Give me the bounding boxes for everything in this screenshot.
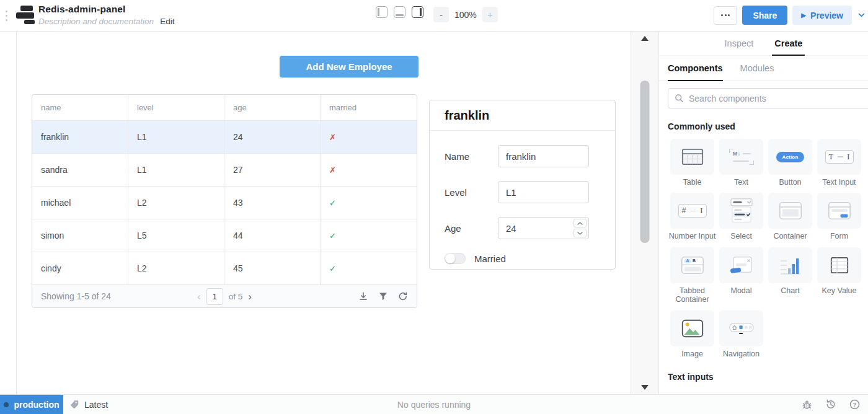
name-label: Name: [445, 151, 498, 162]
component-label: Modal: [730, 286, 751, 295]
tab-inspect[interactable]: Inspect: [724, 32, 755, 55]
release-selector[interactable]: Latest: [70, 400, 108, 410]
canvas-scrollbar[interactable]: [631, 32, 659, 394]
component-text-input[interactable]: TI Text Input: [815, 139, 864, 187]
component-table[interactable]: Table: [668, 139, 717, 187]
table-row[interactable]: michael L2 43 ✓: [32, 186, 417, 219]
component-navigation[interactable]: Navigation: [717, 310, 766, 358]
header-actions: Share ▶ Preview: [714, 6, 866, 25]
more-options-button[interactable]: [714, 6, 737, 25]
column-header-age[interactable]: age: [224, 95, 321, 120]
subtab-components[interactable]: Components: [668, 56, 723, 81]
help-icon[interactable]: ?: [849, 399, 860, 410]
cell-age: 45: [224, 252, 321, 284]
panel-subtabs: Components Modules: [659, 56, 868, 81]
bottom-panel-toggle-icon[interactable]: [394, 6, 405, 18]
container-component-icon: [777, 200, 804, 221]
column-header-married[interactable]: married: [321, 95, 417, 120]
component-container[interactable]: Container: [766, 193, 815, 240]
refresh-icon[interactable]: [398, 291, 408, 301]
scroll-down-icon[interactable]: [641, 385, 649, 390]
history-icon[interactable]: [825, 399, 836, 410]
cell-level: L5: [128, 219, 224, 252]
preview-dropdown-chevron-icon[interactable]: [857, 12, 866, 19]
table-row[interactable]: simon L5 44 ✓: [32, 219, 417, 252]
table-row[interactable]: franklin L1 24 ✗: [32, 120, 417, 153]
search-icon: [675, 94, 684, 103]
zoom-level: 100%: [454, 10, 477, 20]
component-search: [668, 88, 868, 108]
right-panel-toggle-icon[interactable]: [412, 6, 423, 18]
name-input[interactable]: [498, 145, 589, 167]
age-decrement-icon[interactable]: [574, 229, 587, 237]
scroll-up-icon[interactable]: [641, 36, 649, 41]
select-component-icon: [728, 197, 755, 224]
cell-level: L2: [128, 252, 224, 284]
number-input-component-icon: #I: [678, 204, 707, 218]
column-header-level[interactable]: level: [128, 95, 224, 120]
svg-text:B: B: [692, 258, 695, 263]
component-tabbed-container[interactable]: AB Tabbed Container: [668, 247, 717, 304]
age-increment-icon[interactable]: [574, 219, 587, 227]
share-button[interactable]: Share: [742, 6, 787, 25]
cell-name: sandra: [32, 154, 128, 186]
app-logo-icon[interactable]: [14, 5, 37, 26]
drag-handle-icon[interactable]: [6, 11, 7, 21]
component-key-value[interactable]: Key Value: [815, 247, 864, 304]
tab-create[interactable]: Create: [773, 32, 804, 55]
status-bar: production Latest No queries running ?: [0, 394, 868, 414]
employees-table: name level age married franklin L1 24 ✗ …: [32, 94, 417, 308]
component-select[interactable]: Select: [717, 193, 766, 240]
form-title: franklin: [430, 100, 615, 131]
component-form[interactable]: Form: [815, 193, 864, 240]
component-button[interactable]: Action Button: [766, 139, 815, 187]
table-row[interactable]: sandra L1 27 ✗: [32, 153, 417, 186]
component-number-input[interactable]: #I Number Input: [668, 193, 717, 240]
navigation-component-icon: [727, 322, 756, 335]
cell-level: L2: [128, 187, 224, 219]
component-chart[interactable]: Chart: [766, 247, 815, 304]
component-image[interactable]: Image: [668, 310, 717, 358]
zoom-out-button[interactable]: -: [433, 7, 449, 22]
search-input[interactable]: [689, 94, 868, 103]
table-row[interactable]: cindy L2 45 ✓: [32, 252, 417, 284]
add-new-employee-button[interactable]: Add New Employee: [280, 56, 418, 77]
component-label: Button: [779, 178, 801, 187]
table-header-row: name level age married: [32, 95, 417, 120]
subtab-modules[interactable]: Modules: [740, 56, 774, 81]
scrollbar-thumb[interactable]: [640, 81, 650, 243]
toggle-knob: [445, 253, 455, 263]
preview-button[interactable]: ▶ Preview: [792, 6, 852, 25]
prev-page-button[interactable]: ‹: [197, 291, 201, 302]
text-input-component-icon: TI: [825, 150, 854, 164]
panel-tabs: Inspect Create: [659, 32, 868, 56]
app-canvas[interactable]: Add New Employee name level age married …: [0, 32, 631, 394]
component-modal[interactable]: Modal: [717, 247, 766, 304]
next-page-button[interactable]: ›: [248, 291, 252, 302]
environment-selector[interactable]: production: [0, 395, 63, 414]
component-label: Form: [830, 232, 848, 240]
cell-married: ✗: [321, 154, 417, 186]
cell-married: ✓: [321, 187, 417, 219]
component-text[interactable]: M↓ Text: [717, 139, 766, 187]
cell-level: L1: [128, 121, 224, 153]
table-component-icon: [680, 147, 705, 167]
zoom-in-button[interactable]: +: [482, 7, 498, 22]
filter-icon[interactable]: [378, 291, 388, 301]
cell-name: simon: [32, 219, 128, 252]
debug-icon[interactable]: [802, 399, 812, 410]
employee-form: franklin Name Level Age: [429, 100, 616, 270]
download-icon[interactable]: [358, 291, 368, 301]
component-label: Text: [734, 178, 748, 187]
married-toggle[interactable]: [445, 253, 466, 264]
column-header-name[interactable]: name: [32, 95, 128, 120]
play-icon: ▶: [801, 12, 806, 19]
table-pagination: ‹ of 5 ›: [197, 288, 252, 305]
page-number-input[interactable]: [206, 288, 223, 305]
key-value-component-icon: [828, 255, 851, 275]
edit-description-link[interactable]: Edit: [160, 17, 174, 26]
component-label: Chart: [781, 286, 800, 295]
level-input[interactable]: [498, 181, 589, 203]
left-panel-toggle-icon[interactable]: [376, 6, 388, 18]
inspector-panel: Inspect Create Components Modules Common…: [659, 32, 868, 394]
